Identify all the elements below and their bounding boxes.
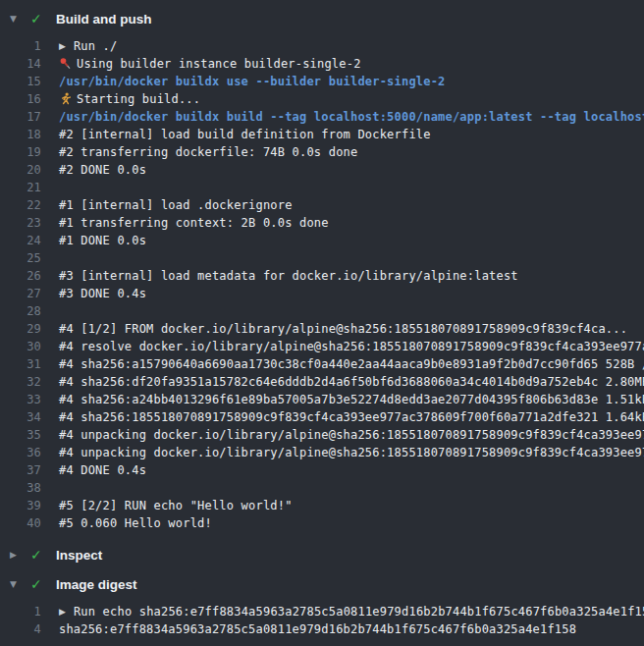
line-number[interactable]: 1	[0, 603, 41, 620]
success-check-icon: ✓	[30, 547, 47, 563]
log-text-content: Run echo sha256:e7ff8834a5963a2785c5a081…	[74, 605, 644, 619]
line-number[interactable]: 25	[0, 249, 41, 267]
log-text: #4 unpacking docker.io/library/alpine@sh…	[59, 426, 644, 444]
chevron-down-icon[interactable]: ▼	[10, 579, 24, 589]
line-number[interactable]: 19	[0, 143, 41, 161]
log-line: 26#3 [internal] load metadata for docker…	[0, 267, 644, 285]
section-log-lines: 1▶Run echo sha256:e7ff8834a5963a2785c5a0…	[0, 597, 644, 644]
log-text: #5 0.060 Hello world!	[59, 514, 212, 532]
line-number[interactable]: 36	[0, 444, 41, 461]
log-line: 40#5 0.060 Hello world!	[0, 514, 644, 532]
log-line: 17/usr/bin/docker buildx build --tag loc…	[0, 108, 644, 126]
line-number[interactable]: 23	[0, 214, 41, 232]
log-text: #5 [2/2] RUN echo "Hello world!"	[59, 497, 293, 514]
log-line: 18#2 [internal] load build definition fr…	[0, 126, 644, 143]
section-image-digest: ▼✓Image digest1▶Run echo sha256:e7ff8834…	[0, 571, 644, 644]
line-number[interactable]: 33	[0, 391, 41, 408]
log-line: 23#1 transferring context: 2B 0.0s done	[0, 214, 644, 232]
log-line: 24#1 DONE 0.0s	[0, 232, 644, 249]
log-line: 37#4 DONE 0.4s	[0, 461, 644, 479]
log-text-content: #3 DONE 0.4s	[59, 287, 146, 300]
log-line: 35#4 unpacking docker.io/library/alpine@…	[0, 426, 644, 444]
line-number[interactable]: 14	[0, 55, 41, 73]
log-line: 1▶Run echo sha256:e7ff8834a5963a2785c5a0…	[0, 603, 644, 620]
section-title: Inspect	[56, 548, 102, 563]
expand-icon[interactable]: ▶	[59, 37, 66, 55]
line-number[interactable]: 40	[0, 514, 41, 532]
section-header[interactable]: ▶✓Inspect	[0, 542, 644, 567]
log-text-content: Starting build...	[77, 92, 200, 106]
section-log-lines: 1▶Run ./14Using builder instance builder…	[0, 31, 644, 538]
log-text-content: #2 [internal] load build definition from…	[59, 128, 431, 141]
log-line: 30#4 resolve docker.io/library/alpine@sh…	[0, 338, 644, 355]
log-line: 38	[0, 479, 644, 497]
log-text: #1 DONE 0.0s	[59, 232, 146, 249]
line-number[interactable]: 28	[0, 302, 41, 320]
log-text-content: #4 sha256:df20fa9351a15782c64e6dddb2d4a6…	[59, 375, 644, 389]
line-number[interactable]: 15	[0, 73, 41, 90]
log-text: /usr/bin/docker buildx use --builder bui…	[59, 73, 446, 90]
log-text: #3 DONE 0.4s	[59, 285, 146, 302]
log-text-content: Using builder instance builder-single-2	[77, 57, 361, 71]
log-text-content: Run ./	[74, 39, 118, 53]
log-line: 4sha256:e7ff8834a5963a2785c5a0811e979d16…	[0, 620, 644, 638]
line-number[interactable]: 17	[0, 108, 41, 126]
line-number[interactable]: 18	[0, 126, 41, 143]
line-number[interactable]: 22	[0, 196, 41, 214]
log-text-content: /usr/bin/docker buildx use --builder bui…	[59, 75, 446, 88]
log-text: #4 resolve docker.io/library/alpine@sha2…	[59, 338, 644, 355]
line-number[interactable]: 29	[0, 320, 41, 338]
line-number[interactable]: 1	[0, 37, 41, 55]
success-check-icon: ✓	[30, 11, 47, 27]
log-text: #2 transferring dockerfile: 74B 0.0s don…	[59, 143, 357, 161]
log-text: #2 DONE 0.0s	[59, 161, 146, 179]
log-text-content: #4 sha256:a24bb4013296f61e89ba57005a7b3e…	[59, 393, 644, 406]
log-text-content: #3 [internal] load metadata for docker.i…	[59, 269, 518, 283]
chevron-right-icon[interactable]: ▶	[10, 550, 24, 560]
chevron-down-icon[interactable]: ▼	[10, 14, 24, 24]
log-text-content: #4 [1/2] FROM docker.io/library/alpine@s…	[59, 322, 627, 336]
section-title: Build and push	[56, 12, 152, 27]
line-number[interactable]: 39	[0, 497, 41, 514]
log-line: 25	[0, 249, 644, 267]
line-number[interactable]: 27	[0, 285, 41, 302]
log-text-content: #5 0.060 Hello world!	[59, 516, 212, 530]
section-inspect: ▶✓Inspect	[0, 542, 644, 567]
log-line: 27#3 DONE 0.4s	[0, 285, 644, 302]
line-number[interactable]: 30	[0, 338, 41, 355]
log-line: 14Using builder instance builder-single-…	[0, 55, 644, 73]
line-number[interactable]: 24	[0, 232, 41, 249]
log-text: Using builder instance builder-single-2	[59, 55, 361, 73]
expand-icon[interactable]: ▶	[59, 603, 66, 620]
line-number[interactable]: 38	[0, 479, 41, 497]
log-text: #4 DONE 0.4s	[59, 461, 146, 479]
line-number[interactable]: 21	[0, 179, 41, 196]
log-text: /usr/bin/docker buildx build --tag local…	[59, 108, 644, 126]
line-number[interactable]: 34	[0, 408, 41, 426]
log-line: 36#4 unpacking docker.io/library/alpine@…	[0, 444, 644, 461]
line-number[interactable]: 37	[0, 461, 41, 479]
log-group-toggle[interactable]: ▶Run echo sha256:e7ff8834a5963a2785c5a08…	[59, 603, 644, 620]
section-header[interactable]: ▼✓Image digest	[0, 571, 644, 597]
log-text: sha256:e7ff8834a5963a2785c5a0811e979d16b…	[59, 620, 576, 638]
log-line: 34#4 sha256:185518070891758909c9f839cf4c…	[0, 408, 644, 426]
log-text: #3 [internal] load metadata for docker.i…	[59, 267, 518, 285]
log-line: 1▶Run ./	[0, 37, 644, 55]
log-text-content: #1 DONE 0.0s	[59, 234, 146, 247]
section-header[interactable]: ▼✓Build and push	[0, 6, 644, 31]
log-line: 28	[0, 302, 644, 320]
line-number[interactable]: 26	[0, 267, 41, 285]
log-text-content: #1 transferring context: 2B 0.0s done	[59, 216, 329, 230]
line-number[interactable]: 32	[0, 373, 41, 391]
line-number[interactable]: 4	[0, 620, 41, 638]
line-number[interactable]: 35	[0, 426, 41, 444]
log-group-toggle[interactable]: ▶Run ./	[59, 37, 117, 55]
pushpin-icon	[59, 55, 72, 73]
section-title: Image digest	[56, 577, 137, 592]
line-number[interactable]: 31	[0, 355, 41, 373]
line-number[interactable]: 20	[0, 161, 41, 179]
log-text-content: /usr/bin/docker buildx build --tag local…	[59, 110, 644, 124]
workflow-log-viewer: ▼✓Build and push1▶Run ./14Using builder …	[0, 0, 644, 644]
line-number[interactable]: 16	[0, 90, 41, 108]
log-text: #4 sha256:df20fa9351a15782c64e6dddb2d4a6…	[59, 373, 644, 391]
